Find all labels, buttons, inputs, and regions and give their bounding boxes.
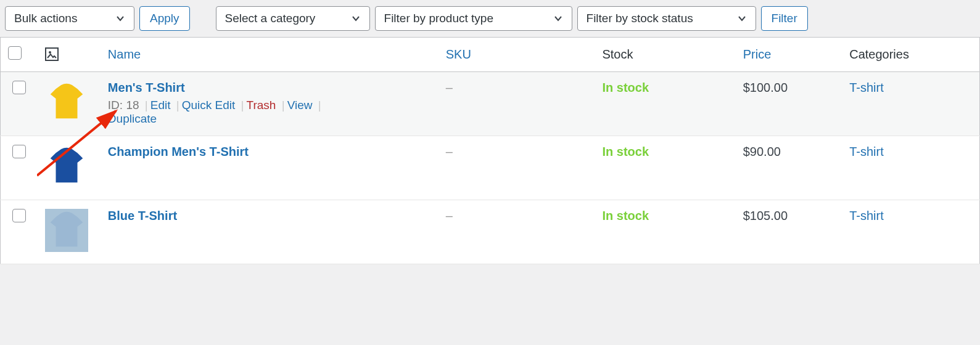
chevron-down-icon	[553, 14, 563, 23]
column-header-categories: Categories	[842, 38, 979, 72]
table-row: Blue T-Shirt–In stock$105.00T-shirt	[1, 200, 980, 264]
column-header-sku[interactable]: SKU	[439, 38, 595, 72]
select-category-dropdown[interactable]: Select a category	[216, 6, 370, 31]
price-value: $90.00	[743, 145, 781, 158]
stock-status: In stock	[602, 209, 649, 222]
filter-product-type-label: Filter by product type	[384, 12, 493, 25]
category-link[interactable]: T-shirt	[849, 209, 884, 222]
sku-value: –	[446, 209, 453, 222]
product-title-link[interactable]: Champion Men's T-Shirt	[108, 145, 249, 158]
filter-button[interactable]: Filter	[761, 6, 808, 31]
image-column-icon	[45, 47, 59, 61]
product-thumbnail[interactable]	[45, 209, 88, 252]
category-link[interactable]: T-shirt	[849, 145, 884, 158]
select-category-label: Select a category	[225, 12, 316, 25]
filter-stock-status-dropdown[interactable]: Filter by stock status	[577, 6, 756, 31]
product-title-link[interactable]: Blue T-Shirt	[108, 209, 177, 222]
products-table: Name SKU Stock Price Categories Men's T-…	[0, 37, 980, 264]
product-title-link[interactable]: Men's T-Shirt	[108, 81, 185, 94]
bulk-actions-select[interactable]: Bulk actions	[5, 6, 134, 31]
quick-edit-link[interactable]: Quick Edit	[182, 99, 236, 112]
price-value: $105.00	[743, 209, 788, 222]
edit-link[interactable]: Edit	[150, 99, 171, 112]
row-checkbox[interactable]	[12, 81, 26, 94]
chevron-down-icon	[351, 14, 361, 23]
chevron-down-icon	[737, 14, 747, 23]
column-header-name[interactable]: Name	[101, 38, 439, 72]
row-actions: ID: 18 |Edit |Quick Edit |Trash |View | …	[108, 99, 431, 126]
stock-status: In stock	[602, 81, 649, 94]
table-nav: Bulk actions Apply Select a category Fil…	[0, 0, 980, 37]
column-header-price[interactable]: Price	[736, 38, 842, 72]
duplicate-link[interactable]: Duplicate	[108, 112, 157, 125]
filter-stock-status-label: Filter by stock status	[587, 12, 693, 25]
bulk-actions-label: Bulk actions	[14, 12, 77, 25]
table-row: Men's T-Shirt ID: 18 |Edit |Quick Edit |…	[1, 72, 980, 136]
category-link[interactable]: T-shirt	[849, 81, 884, 94]
svg-point-0	[49, 51, 51, 54]
product-thumbnail[interactable]	[45, 145, 88, 188]
price-value: $100.00	[743, 81, 788, 94]
row-checkbox[interactable]	[12, 145, 26, 158]
select-all-checkbox[interactable]	[8, 46, 22, 60]
table-row: Champion Men's T-Shirt–In stock$90.00T-s…	[1, 136, 980, 200]
chevron-down-icon	[115, 14, 125, 23]
sku-value: –	[446, 145, 453, 158]
product-thumbnail[interactable]	[45, 81, 88, 124]
view-link[interactable]: View	[287, 99, 313, 112]
product-id-label: ID: 18	[108, 99, 139, 112]
stock-status: In stock	[602, 145, 649, 158]
sku-value: –	[446, 81, 453, 94]
apply-button[interactable]: Apply	[139, 6, 190, 31]
filter-product-type-dropdown[interactable]: Filter by product type	[375, 6, 572, 31]
column-header-stock: Stock	[595, 38, 735, 72]
trash-link[interactable]: Trash	[247, 99, 276, 112]
row-checkbox[interactable]	[12, 209, 26, 222]
